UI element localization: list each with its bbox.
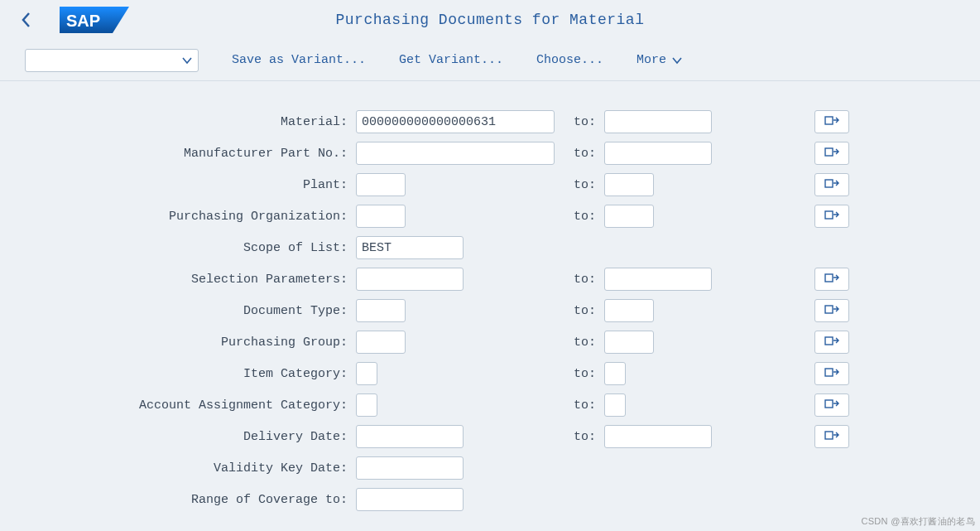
header-bar: SAP Purchasing Documents for Material [0,0,980,40]
multiple-selection-icon [824,398,839,413]
input-doc_type-to[interactable] [604,299,654,322]
input-sel_params-from[interactable] [356,268,464,291]
input-material-from[interactable] [356,110,555,133]
label-acct_assign: Account Assignment Category: [25,398,356,413]
label-validity_date: Validity Key Date: [25,461,356,475]
field-row-range_cov: Range of Coverage to: [25,484,955,515]
input-acct_assign-from[interactable] [356,393,377,417]
variant-dropdown[interactable] [25,49,199,72]
multiple-selection-icon [824,177,839,193]
chevron-left-icon [21,12,32,28]
label-doc_type: Document Type: [25,304,356,318]
field-row-acct_assign: Account Assignment Category:to: [25,389,955,421]
multiple-selection-icon [824,209,839,224]
to-label-sel_params: to: [574,273,596,287]
label-scope_list: Scope of List: [25,241,356,255]
multiple-selection-material[interactable] [814,110,849,133]
input-scope_list-from[interactable] [356,236,464,259]
input-sel_params-to[interactable] [604,268,712,291]
to-label-deliv_date: to: [574,430,596,444]
multiple-selection-icon [824,429,839,445]
save-variant-button[interactable]: Save as Variant... [232,53,366,67]
svg-rect-2 [825,117,833,124]
field-row-scope_list: Scope of List: [25,232,955,263]
choose-button[interactable]: Choose... [536,53,603,67]
multiple-selection-item_cat[interactable] [814,362,849,385]
field-row-material: Material:to: [25,106,955,138]
label-item_cat: Item Category: [25,367,356,381]
multiple-selection-doc_type[interactable] [814,299,849,322]
get-variant-button[interactable]: Get Variant... [399,53,503,67]
input-deliv_date-to[interactable] [604,425,712,448]
input-mfr_part-from[interactable] [356,142,555,165]
input-plant-from[interactable] [356,173,406,196]
multiple-selection-purch_group[interactable] [814,331,849,354]
input-purch_group-from[interactable] [356,331,406,354]
multiple-selection-icon [824,146,839,162]
to-label-purch_group: to: [574,335,596,350]
input-deliv_date-from[interactable] [356,425,464,448]
input-purch_group-to[interactable] [604,331,654,354]
to-label-item_cat: to: [574,367,596,381]
multiple-selection-plant[interactable] [814,173,849,196]
svg-text:SAP: SAP [66,12,100,30]
to-label-purch_org: to: [574,210,596,224]
field-row-purch_group: Purchasing Group:to: [25,326,955,358]
toolbar: Save as Variant... Get Variant... Choose… [0,40,980,81]
svg-rect-10 [825,400,833,408]
watermark-text: CSDN @喜欢打酱油的老鸟 [861,515,975,528]
label-material: Material: [25,115,356,129]
input-acct_assign-to[interactable] [604,393,626,417]
svg-rect-5 [825,211,833,219]
multiple-selection-deliv_date[interactable] [814,425,849,448]
multiple-selection-icon [824,272,839,287]
input-item_cat-to[interactable] [604,362,626,385]
to-label-material: to: [574,115,596,129]
more-button[interactable]: More [637,53,683,67]
to-label-mfr_part: to: [574,147,596,161]
multiple-selection-mfr_part[interactable] [814,142,849,165]
input-range_cov-from[interactable] [356,488,464,511]
input-purch_org-from[interactable] [356,205,406,228]
input-material-to[interactable] [604,110,712,133]
label-plant: Plant: [25,178,356,192]
label-purch_group: Purchasing Group: [25,335,356,350]
input-validity_date-from[interactable] [356,456,464,480]
to-label-doc_type: to: [574,304,596,318]
sap-logo: SAP [60,3,131,36]
multiple-selection-sel_params[interactable] [814,268,849,291]
input-doc_type-from[interactable] [356,299,406,322]
field-row-deliv_date: Delivery Date:to: [25,421,955,452]
label-range_cov: Range of Coverage to: [25,493,356,507]
input-purch_org-to[interactable] [604,205,654,228]
svg-rect-7 [825,306,833,313]
multiple-selection-purch_org[interactable] [814,205,849,228]
svg-rect-9 [825,369,833,376]
to-label-acct_assign: to: [574,398,596,413]
field-row-item_cat: Item Category:to: [25,358,955,389]
field-row-validity_date: Validity Key Date: [25,452,955,484]
input-mfr_part-to[interactable] [604,142,712,165]
multiple-selection-icon [824,335,839,350]
field-row-doc_type: Document Type:to: [25,295,955,326]
input-item_cat-from[interactable] [356,362,377,385]
svg-rect-3 [825,148,833,156]
field-row-plant: Plant:to: [25,169,955,200]
svg-rect-4 [825,180,833,187]
input-plant-to[interactable] [604,173,654,196]
svg-rect-8 [825,337,833,345]
field-row-purch_org: Purchasing Organization:to: [25,200,955,232]
selection-form: Material:to:Manufacturer Part No.:to:Pla… [0,81,980,515]
chevron-down-icon [181,56,193,65]
multiple-selection-acct_assign[interactable] [814,393,849,417]
back-button[interactable] [10,3,43,36]
multiple-selection-icon [824,303,839,319]
more-label: More [637,53,666,67]
label-purch_org: Purchasing Organization: [25,210,356,224]
label-deliv_date: Delivery Date: [25,430,356,444]
svg-rect-11 [825,432,833,439]
field-row-mfr_part: Manufacturer Part No.:to: [25,138,955,169]
svg-rect-6 [825,274,833,282]
label-mfr_part: Manufacturer Part No.: [25,147,356,161]
label-sel_params: Selection Parameters: [25,273,356,287]
